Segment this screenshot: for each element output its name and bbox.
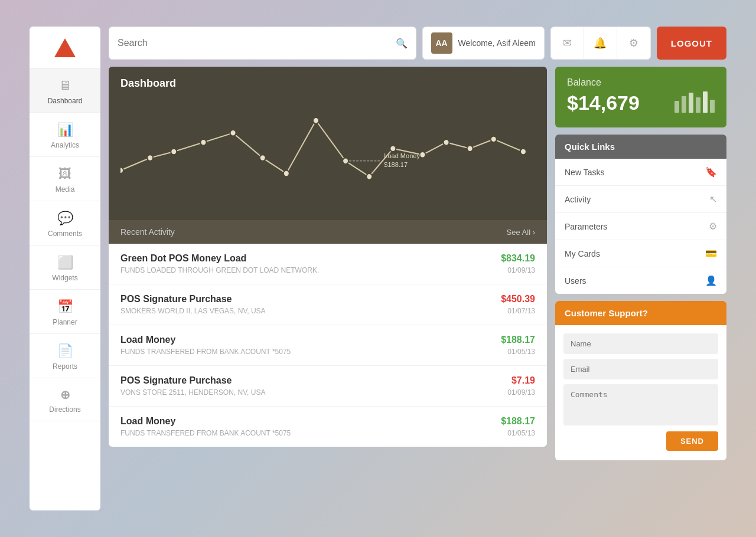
- activity-amount: $188.17: [501, 335, 535, 345]
- settings-icon-btn[interactable]: ⚙: [617, 27, 650, 60]
- planner-icon: 📅: [57, 299, 73, 315]
- table-row: Load Money Funds Transfered From Bank Ac…: [109, 407, 547, 447]
- reports-icon: 📄: [57, 343, 73, 359]
- svg-rect-17: [674, 101, 679, 113]
- svg-point-0: [120, 167, 123, 173]
- right-panel: Balance $14,679: [555, 67, 726, 460]
- activity-date: 01/09/13: [501, 266, 535, 274]
- activity-date: 01/05/13: [501, 429, 535, 437]
- quick-link-parameters[interactable]: Parameters ⚙: [555, 213, 726, 240]
- recent-activity-bar: Recent Activity See All ›: [109, 220, 547, 244]
- sidebar-item-dashboard[interactable]: 🖥 Dashboard: [30, 68, 100, 113]
- logo-icon: [54, 38, 76, 57]
- support-name-input[interactable]: [563, 333, 718, 354]
- sidebar-item-directions[interactable]: ⊕ Directions: [30, 378, 100, 421]
- svg-point-9: [366, 173, 372, 180]
- quick-link-activity[interactable]: Activity ↖: [555, 186, 726, 213]
- avatar: AA: [431, 32, 452, 54]
- sidebar-item-planner[interactable]: 📅 Planner: [30, 290, 100, 334]
- dashboard-panel: Dashboard: [109, 67, 547, 460]
- sidebar-item-label: Dashboard: [48, 97, 83, 105]
- media-icon: 🖼: [58, 166, 71, 182]
- sidebar-item-label: Widgets: [52, 274, 77, 282]
- activity-subtitle: Funds loaded through Green Dot load netw…: [120, 266, 319, 274]
- table-row: Green Dot POS Money Load Funds loaded th…: [109, 244, 547, 284]
- support-comments-input[interactable]: [563, 384, 718, 425]
- card-icon: 💳: [705, 248, 717, 259]
- svg-rect-22: [710, 100, 715, 113]
- activity-list: Green Dot POS Money Load Funds loaded th…: [109, 244, 547, 447]
- directions-icon: ⊕: [60, 388, 70, 402]
- chart-title: Dashboard: [120, 77, 535, 90]
- recent-activity-label: Recent Activity: [120, 227, 175, 237]
- user-name: Welcome, Asif Aleem: [458, 38, 536, 48]
- quick-link-label: My Cards: [565, 249, 600, 258]
- activity-subtitle: SMOKERS WORLD II, LAS VEGAS, NV, USA: [120, 307, 266, 315]
- quick-link-cards[interactable]: My Cards 💳: [555, 240, 726, 267]
- comments-icon: 💬: [57, 211, 73, 226]
- logout-button[interactable]: LOGOUT: [657, 27, 726, 60]
- widgets-icon: ⬜: [57, 255, 73, 270]
- svg-rect-19: [689, 93, 693, 113]
- quick-link-label: Activity: [565, 195, 591, 204]
- bookmark-icon: 🔖: [705, 166, 717, 178]
- header-icons: ✉ 🔔 ⚙: [550, 27, 651, 60]
- sidebar-item-reports[interactable]: 📄 Reports: [30, 334, 100, 378]
- cursor-icon: ↖: [709, 194, 717, 205]
- quick-link-new-tasks[interactable]: New Tasks 🔖: [555, 159, 726, 186]
- activity-date: 01/05/13: [501, 348, 535, 356]
- activity-amount: $834.19: [501, 253, 535, 264]
- activity-subtitle: Funds Transfered From Bank Acount *5075: [120, 348, 291, 356]
- svg-rect-21: [703, 91, 708, 113]
- table-row: POS Signature Purchase SMOKERS WORLD II,…: [109, 284, 547, 325]
- see-all-link[interactable]: See All ›: [507, 228, 535, 237]
- search-icon: 🔍: [396, 38, 408, 49]
- table-row: POS Signature Purchase VONS STORE 2511, …: [109, 366, 547, 407]
- support-send-button[interactable]: SEND: [666, 431, 718, 451]
- chart-area: Dashboard: [109, 67, 547, 220]
- sidebar-item-media[interactable]: 🖼 Media: [30, 157, 100, 201]
- sidebar-item-comments[interactable]: 💬 Comments: [30, 201, 100, 245]
- activity-amount: $7.19: [507, 375, 535, 386]
- quick-link-users[interactable]: Users 👤: [555, 267, 726, 294]
- table-row: Load Money Funds Transfered From Bank Ac…: [109, 325, 547, 366]
- search-bar[interactable]: 🔍: [109, 27, 416, 60]
- svg-point-1: [147, 155, 153, 161]
- balance-chart-icon: [673, 89, 715, 117]
- sidebar-item-label: Comments: [48, 230, 82, 238]
- activity-subtitle: Funds Transfered From Bank Acount *5075: [120, 429, 291, 437]
- analytics-icon: 📊: [57, 122, 73, 137]
- sidebar-item-label: Analytics: [51, 141, 79, 149]
- notifications-icon-btn[interactable]: 🔔: [584, 27, 617, 60]
- customer-support-card: Customer Support? SEND: [555, 301, 726, 460]
- search-input[interactable]: [118, 38, 396, 48]
- svg-point-2: [171, 149, 177, 155]
- support-email-input[interactable]: [563, 359, 718, 379]
- messages-icon-btn[interactable]: ✉: [551, 27, 584, 60]
- balance-card: Balance $14,679: [555, 67, 726, 127]
- sidebar-item-analytics[interactable]: 📊 Analytics: [30, 113, 100, 157]
- svg-point-3: [200, 139, 206, 146]
- activity-amount: $188.17: [501, 416, 535, 427]
- activity-title: Green Dot POS Money Load: [120, 253, 319, 264]
- tooltip-value: $188.17: [384, 161, 408, 168]
- activity-subtitle: VONS STORE 2511, HENDERSON, NV, USA: [120, 388, 265, 397]
- quick-link-label: Parameters: [565, 222, 607, 231]
- tooltip-label: Load Money: [384, 152, 420, 159]
- activity-title: POS Signature Purchase: [120, 294, 266, 304]
- quick-links-header: Quick Links: [555, 135, 726, 159]
- header: 🔍 AA Welcome, Asif Aleem ✉ 🔔 ⚙ LOGOUT: [109, 27, 726, 60]
- svg-point-11: [419, 152, 425, 158]
- activity-title: POS Signature Purchase: [120, 375, 265, 386]
- svg-point-6: [284, 171, 289, 177]
- sidebar-item-widgets[interactable]: ⬜ Widgets: [30, 245, 100, 290]
- sidebar-nav: 🖥 Dashboard 📊 Analytics 🖼 Media 💬 Commen…: [30, 68, 100, 505]
- sidebar-item-label: Planner: [53, 318, 77, 326]
- sidebar-item-label: Media: [56, 185, 75, 194]
- dashboard-icon: 🖥: [58, 78, 71, 93]
- svg-point-12: [444, 139, 449, 146]
- activity-date: 01/07/13: [501, 307, 535, 315]
- svg-rect-20: [696, 97, 700, 113]
- activity-amount: $450.39: [501, 294, 535, 304]
- sidebar-item-label: Reports: [53, 362, 77, 371]
